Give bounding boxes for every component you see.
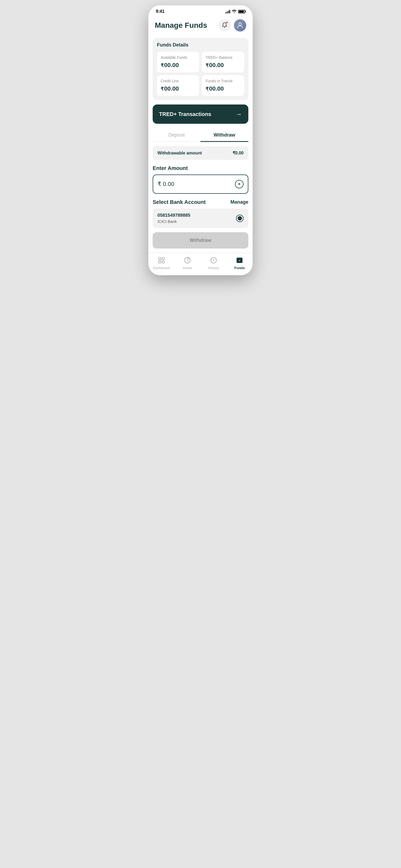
battery-icon: [238, 10, 245, 13]
phone-frame: 9:41 Manage Funds: [148, 5, 253, 275]
avatar: [234, 19, 246, 32]
tabs-container: Deposit Withdraw: [153, 129, 248, 142]
svg-point-7: [239, 260, 240, 261]
funds-card-title: Funds Details: [157, 42, 244, 48]
invest-icon: [183, 256, 191, 264]
tred-balance-label: TRED+ Balance: [206, 55, 240, 60]
history-nav-label: History: [208, 266, 219, 270]
available-funds-currency: ₹: [161, 63, 164, 68]
funds-in-transit-label: Funds In Transit: [206, 79, 240, 83]
dashboard-icon: [157, 256, 165, 264]
nav-item-dashboard[interactable]: Dashboard: [148, 256, 175, 270]
withdraw-button[interactable]: Withdraw: [153, 232, 248, 249]
nav-item-history[interactable]: History: [201, 256, 227, 270]
header: Manage Funds: [148, 16, 253, 36]
tred-transactions-button[interactable]: TRED+ Transactions →: [153, 104, 248, 124]
tred-balance-item: TRED+ Balance ₹00.00: [202, 52, 244, 72]
amount-input-container[interactable]: ₹ 0.00 ×: [153, 175, 248, 194]
arrow-right-icon: →: [236, 111, 242, 118]
funds-icon: [236, 256, 244, 264]
credit-line-item: Credit Line ₹00.00: [157, 75, 199, 96]
manage-link[interactable]: Manage: [230, 199, 248, 205]
bank-name: ICICI Bank: [157, 219, 190, 224]
bank-account-number: 0581549789885: [157, 213, 190, 218]
nav-item-invest[interactable]: Invest: [175, 256, 201, 270]
withdrawable-label: Withdrawable amount: [157, 151, 202, 156]
enter-amount-section: Enter Amount ₹ 0.00 ×: [153, 165, 248, 194]
withdraw-button-container: Withdraw: [153, 232, 248, 249]
withdrawable-value: ₹0.00: [233, 151, 244, 156]
enter-amount-label: Enter Amount: [153, 165, 248, 171]
avatar-image: [234, 19, 246, 32]
bank-account-section: Select Bank Account Manage 0581549789885…: [153, 199, 248, 228]
bank-info: 0581549789885 ICICI Bank: [157, 213, 190, 224]
nav-item-funds[interactable]: Funds: [227, 256, 253, 270]
funds-grid: Available Funds ₹00.00 TRED+ Balance ₹00…: [157, 52, 244, 96]
notification-dot: [226, 21, 228, 24]
signal-bars-icon: [225, 10, 230, 13]
available-funds-item: Available Funds ₹00.00: [157, 52, 199, 72]
header-actions: [218, 19, 246, 32]
svg-rect-2: [162, 258, 164, 260]
wifi-icon: [232, 9, 237, 14]
status-bar: 9:41: [148, 5, 253, 16]
credit-line-label: Credit Line: [161, 79, 195, 83]
svg-point-0: [239, 23, 241, 25]
radio-inner: [238, 216, 242, 220]
funds-in-transit-value: ₹00.00: [206, 85, 240, 92]
amount-input-value[interactable]: ₹ 0.00: [157, 181, 174, 188]
status-time: 9:41: [156, 9, 164, 14]
bank-section-title: Select Bank Account: [153, 199, 206, 205]
credit-line-value: ₹00.00: [161, 85, 195, 92]
available-funds-label: Available Funds: [161, 55, 195, 60]
notification-button[interactable]: [218, 19, 231, 32]
history-icon: [210, 256, 218, 264]
dashboard-nav-label: Dashboard: [153, 266, 170, 270]
funds-details-card: Funds Details Available Funds ₹00.00 TRE…: [153, 38, 248, 100]
tred-btn-label: TRED+ Transactions: [159, 111, 211, 117]
bank-account-item[interactable]: 0581549789885 ICICI Bank: [153, 209, 248, 228]
tab-withdraw[interactable]: Withdraw: [201, 129, 248, 142]
withdrawable-amount-row: Withdrawable amount ₹0.00: [153, 146, 248, 160]
svg-rect-4: [162, 261, 164, 263]
invest-nav-label: Invest: [183, 266, 192, 270]
bottom-navigation: Dashboard Invest History: [148, 253, 253, 275]
svg-rect-3: [158, 261, 161, 263]
radio-button-selected[interactable]: [236, 215, 244, 222]
clear-amount-button[interactable]: ×: [235, 180, 244, 188]
funds-in-transit-item: Funds In Transit ₹00.00: [202, 75, 244, 96]
funds-nav-label: Funds: [235, 266, 245, 270]
status-icons: [225, 9, 245, 14]
tab-deposit[interactable]: Deposit: [153, 129, 201, 142]
tred-balance-value: ₹00.00: [206, 62, 240, 69]
page-title: Manage Funds: [155, 21, 207, 30]
bank-header: Select Bank Account Manage: [153, 199, 248, 205]
svg-rect-1: [158, 258, 161, 260]
available-funds-value: ₹00.00: [161, 62, 195, 69]
